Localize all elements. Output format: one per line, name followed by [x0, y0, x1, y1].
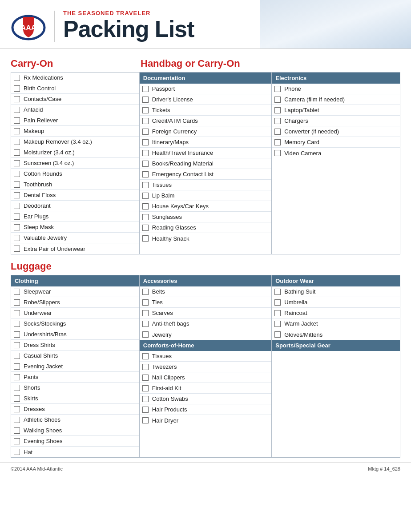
checkbox[interactable] [14, 385, 20, 391]
checkbox[interactable] [14, 192, 20, 198]
list-item[interactable]: Tissues [140, 180, 272, 190]
list-item[interactable]: Moisturizer (3.4 oz.) [11, 147, 139, 158]
list-item[interactable]: Walking Shoes [11, 425, 139, 436]
list-item[interactable]: Pants [11, 372, 139, 383]
list-item[interactable]: Jewelry [140, 329, 272, 340]
list-item[interactable]: Sleep Mask [11, 222, 139, 233]
list-item[interactable]: Books/Reading Material [140, 158, 272, 169]
checkbox[interactable] [274, 129, 281, 135]
list-item[interactable]: Birth Control [11, 83, 139, 94]
checkbox[interactable] [142, 310, 149, 316]
list-item[interactable]: Shorts [11, 383, 139, 393]
checkbox[interactable] [14, 374, 20, 380]
checkbox[interactable] [14, 160, 20, 166]
list-item[interactable]: Dress Shirts [11, 340, 139, 351]
checkbox[interactable] [14, 117, 20, 124]
list-item[interactable]: Contacts/Case [11, 94, 139, 105]
checkbox[interactable] [274, 118, 281, 124]
list-item[interactable]: Converter (if needed) [272, 126, 400, 137]
list-item[interactable]: Undershirts/Bras [11, 329, 139, 340]
checkbox[interactable] [142, 299, 149, 306]
list-item[interactable]: Rx Medications [11, 73, 139, 83]
checkbox[interactable] [142, 118, 149, 124]
list-item[interactable]: Tweezers [140, 362, 272, 372]
list-item[interactable]: Reading Glasses [140, 222, 272, 233]
list-item[interactable]: Dresses [11, 404, 139, 415]
list-item[interactable]: Evening Shoes [11, 436, 139, 447]
list-item[interactable]: Sleepwear [11, 286, 139, 297]
list-item[interactable]: Underwear [11, 308, 139, 318]
checkbox[interactable] [14, 181, 20, 188]
checkbox[interactable] [14, 321, 20, 327]
checkbox[interactable] [142, 203, 149, 210]
list-item[interactable]: Memory Card [272, 137, 400, 148]
checkbox[interactable] [142, 139, 149, 145]
checkbox[interactable] [142, 235, 149, 242]
checkbox[interactable] [14, 289, 20, 295]
checkbox[interactable] [142, 417, 149, 423]
checkbox[interactable] [142, 407, 149, 413]
list-item[interactable]: Extra Pair of Underwear [11, 243, 139, 254]
checkbox[interactable] [142, 331, 149, 338]
checkbox[interactable] [14, 171, 20, 177]
checkbox[interactable] [14, 85, 20, 92]
checkbox[interactable] [14, 417, 20, 423]
list-item[interactable]: Hair Dryer [140, 415, 272, 426]
list-item[interactable]: Health/Travel Insurance [140, 148, 272, 158]
list-item[interactable]: Socks/Stockings [11, 318, 139, 329]
checkbox[interactable] [14, 139, 20, 145]
checkbox[interactable] [14, 214, 20, 220]
list-item[interactable]: Dental Floss [11, 190, 139, 201]
list-item[interactable]: Ear Plugs [11, 211, 139, 222]
checkbox[interactable] [274, 289, 281, 295]
checkbox[interactable] [142, 86, 149, 92]
list-item[interactable]: Hair Products [140, 404, 272, 415]
list-item[interactable]: Cotton Swabs [140, 394, 272, 404]
list-item[interactable]: Driver's License [140, 94, 272, 105]
checkbox[interactable] [142, 375, 149, 381]
checkbox[interactable] [14, 406, 20, 412]
checkbox[interactable] [142, 289, 149, 295]
checkbox[interactable] [142, 150, 149, 156]
list-item[interactable]: Makeup Remover (3.4 oz.) [11, 137, 139, 147]
checkbox[interactable] [274, 97, 281, 103]
list-item[interactable]: Warm Jacket [272, 318, 400, 329]
list-item[interactable]: Anti-theft bags [140, 318, 272, 329]
checkbox[interactable] [14, 438, 20, 444]
list-item[interactable]: Emergency Contact List [140, 169, 272, 180]
checkbox[interactable] [142, 385, 149, 391]
checkbox[interactable] [274, 299, 281, 306]
list-item[interactable]: Laptop/Tablet [272, 105, 400, 116]
checkbox[interactable] [14, 353, 20, 359]
checkbox[interactable] [274, 321, 281, 327]
checkbox[interactable] [14, 149, 20, 156]
checkbox[interactable] [142, 182, 149, 188]
list-item[interactable]: Robe/Slippers [11, 297, 139, 308]
list-item[interactable]: Raincoat [272, 308, 400, 318]
list-item[interactable]: Credit/ATM Cards [140, 116, 272, 126]
list-item[interactable]: Evening Jacket [11, 361, 139, 372]
list-item[interactable]: Toothbrush [11, 179, 139, 190]
checkbox[interactable] [14, 331, 20, 338]
checkbox[interactable] [14, 342, 20, 348]
checkbox[interactable] [14, 203, 20, 209]
list-item[interactable]: Nail Clippers [140, 372, 272, 383]
list-item[interactable]: Makeup [11, 126, 139, 137]
list-item[interactable]: Camera (film if needed) [272, 94, 400, 105]
list-item[interactable]: Athletic Shoes [11, 415, 139, 425]
list-item[interactable]: Video Camera [272, 148, 400, 158]
list-item[interactable]: Healthy Snack [140, 233, 272, 244]
list-item[interactable]: Pain Reliever [11, 115, 139, 126]
checkbox[interactable] [14, 363, 20, 370]
list-item[interactable]: First-aid Kit [140, 383, 272, 394]
checkbox[interactable] [274, 139, 281, 145]
list-item[interactable]: Passport [140, 84, 272, 94]
checkbox[interactable] [142, 321, 149, 327]
list-item[interactable]: Chargers [272, 116, 400, 126]
list-item[interactable]: Casual Shirts [11, 351, 139, 361]
checkbox[interactable] [14, 235, 20, 241]
checkbox[interactable] [274, 331, 281, 338]
list-item[interactable]: Tickets [140, 105, 272, 116]
checkbox[interactable] [142, 214, 149, 220]
checkbox[interactable] [14, 75, 20, 81]
